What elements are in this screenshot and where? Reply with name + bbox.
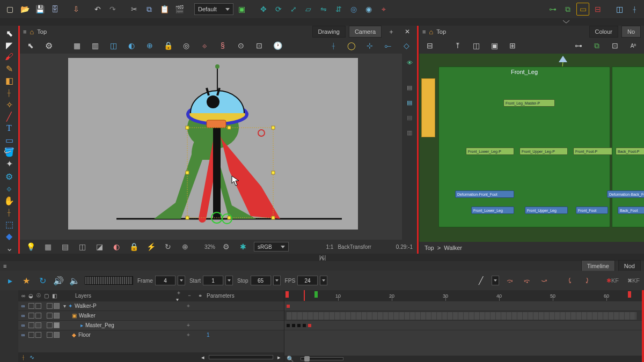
tween-icon-2[interactable]: ⤽ (521, 274, 533, 287)
panel-split-bar[interactable]: |ʌ|ᵥ| (0, 254, 644, 261)
kf-del-label[interactable]: KF (632, 277, 640, 284)
render-mode-button[interactable]: 👁 (404, 57, 415, 69)
deform-kinematic-tool[interactable]: ⚙ (2, 172, 16, 182)
safe-icon[interactable]: ◪ (93, 240, 106, 253)
undo-button[interactable] (91, 3, 104, 16)
node-front-lower-leg[interactable]: Front_Lower_Leg (471, 206, 514, 214)
node-front-lower-leg-p[interactable]: Front_Lower_Leg-P (466, 147, 514, 155)
layers-dim-icon[interactable]: ▤ (404, 112, 415, 123)
tab-xsheet[interactable]: Nod (618, 260, 641, 272)
scale-tool-button[interactable]: ⤢ (287, 3, 300, 16)
play-button[interactable] (4, 275, 16, 286)
layer-scrollbar[interactable] (209, 355, 273, 359)
sound-button[interactable]: 🔊 (53, 275, 64, 286)
home-icon[interactable]: ⌂ (30, 28, 34, 36)
tween-icon-1[interactable]: ⤼ (503, 274, 516, 287)
workspace-caret[interactable] (558, 18, 574, 26)
node-ungroup-icon[interactable]: ⊡ (609, 39, 621, 52)
tab-timeline[interactable]: Timeline (581, 260, 615, 272)
new-scene-button[interactable] (3, 3, 16, 16)
node-canvas[interactable]: Front_Leg Front_Leg_Master-P Front_Lower… (419, 54, 644, 242)
light-icon[interactable]: 💡 (24, 240, 37, 253)
line-tool[interactable]: ╱ (2, 111, 16, 122)
save-all-button[interactable] (48, 3, 61, 16)
skew-tool-button[interactable]: ▱ (302, 3, 315, 16)
start-field[interactable]: 1 (203, 276, 223, 285)
end-marker[interactable] (628, 291, 631, 298)
camera-viewport[interactable]: 👁 ▤ ▤ ▤ ▥ (20, 54, 417, 240)
refresh-icon[interactable]: ↻ (162, 240, 174, 253)
thumb-icon[interactable]: ▦ (41, 240, 54, 253)
jog-slider[interactable] (85, 276, 133, 285)
cut-button[interactable] (128, 3, 141, 16)
panel-menu-icon[interactable]: ≡ (3, 263, 6, 269)
frame-field[interactable]: 4 (155, 276, 175, 285)
deform-preview-button[interactable]: ⟊ (327, 39, 340, 52)
text-tool[interactable]: T (2, 123, 16, 134)
show-curves-icon[interactable]: ∿ (30, 354, 34, 361)
rectangle-tool[interactable]: ▭ (2, 135, 16, 145)
close-view-button[interactable]: ✕ (401, 25, 414, 38)
dropper-tool[interactable]: ✦ (2, 159, 16, 169)
outline-button[interactable]: ◯ (345, 39, 358, 52)
kite-tool[interactable]: ◆ (2, 231, 16, 242)
deform-region-button[interactable]: ◫ (613, 3, 626, 16)
show-controls-button[interactable]: ◇ (400, 39, 413, 52)
translate-tool-button[interactable]: ✥ (257, 3, 270, 16)
lock-col-icon[interactable]: ▢ (44, 293, 49, 299)
green-marker[interactable] (314, 291, 318, 298)
tween-icon-3[interactable]: ⤻ (538, 274, 551, 287)
loop-button[interactable]: ★ (20, 275, 32, 286)
scene-info-button[interactable] (173, 3, 186, 16)
onion-icon[interactable]: ⦾ (36, 292, 41, 299)
del-layer-button[interactable]: － (187, 292, 192, 299)
save-button[interactable] (33, 3, 46, 16)
cutter-tool[interactable]: ⟊ (2, 87, 16, 98)
camera-select-button[interactable]: ⬉ (24, 39, 37, 52)
globe-icon[interactable]: ⊕ (179, 240, 192, 253)
clock-button[interactable]: 🕐 (271, 39, 284, 52)
node-back-foot-p[interactable]: Back_Foot-P (616, 147, 644, 155)
layer-row-master-peg[interactable]: ∞ ▸Master_Peg + (18, 320, 284, 330)
deform-bone-button[interactable]: ⟊ (628, 3, 641, 16)
expand-tools[interactable]: ⌄ (2, 243, 16, 254)
node-group-front-leg[interactable]: Front_Leg Front_Leg_Master-P Front_Lower… (438, 67, 610, 227)
eraser-tool[interactable]: ◧ (2, 76, 16, 86)
home-icon[interactable]: ⌂ (429, 28, 433, 36)
mask2-icon[interactable]: ◐ (110, 240, 123, 253)
layer-scroll-left[interactable]: ◂ (201, 354, 204, 361)
tween-icon-4[interactable]: ⤹ (564, 274, 576, 287)
add-view-button[interactable]: ＋ (385, 25, 398, 38)
node-front-upper-leg[interactable]: Front_Upper_Leg (525, 206, 568, 214)
layers-collapsed-icon[interactable]: ▤ (404, 82, 415, 93)
node-select-button[interactable]: ▭ (576, 3, 589, 16)
layers-active-icon[interactable]: ▤ (404, 97, 415, 108)
layer-row-walker[interactable]: ∞ ▣Walker (18, 311, 284, 320)
flip-v-button[interactable]: ⇵ (332, 3, 345, 16)
sound-scrub-button[interactable]: ↻ (36, 275, 48, 286)
node-tree-icon[interactable]: ⊟ (423, 39, 436, 52)
pencil-tool[interactable]: ✎ (2, 63, 16, 74)
paste-button[interactable] (158, 3, 171, 16)
panel-menu-icon[interactable]: ≡ (23, 28, 26, 35)
playhead[interactable] (304, 290, 305, 301)
contour-tool[interactable]: ✧ (2, 99, 16, 110)
paint-tool[interactable]: 🪣 (2, 147, 16, 158)
ik-button[interactable]: ⟜ (382, 39, 394, 52)
fps-dropdown[interactable] (320, 276, 327, 285)
add-layer-button[interactable]: ＋▾ (176, 289, 181, 302)
tween-icon-5[interactable]: ⤸ (581, 274, 594, 287)
node-connect-button[interactable]: ⊶ (546, 3, 559, 16)
layer-row-floor[interactable]: ∞ ◆Floor + 1 (18, 330, 284, 339)
track-walker[interactable] (284, 311, 642, 320)
node-group-icon[interactable]: ⧉ (590, 39, 603, 52)
enable-icon[interactable]: ∞ (21, 293, 25, 299)
node-group-back[interactable]: Back_Foot-P Deformation-Back_Foo Back_Fo… (612, 67, 644, 227)
transform-tool[interactable]: ◤ (2, 40, 16, 50)
start-marker[interactable] (286, 291, 289, 298)
frame-stepper[interactable] (178, 276, 185, 285)
copy-button[interactable] (143, 3, 156, 16)
light-table-button[interactable]: ◉ (362, 3, 375, 16)
track-master-peg[interactable] (284, 320, 642, 330)
tab-drawing[interactable]: Drawing (312, 26, 346, 38)
